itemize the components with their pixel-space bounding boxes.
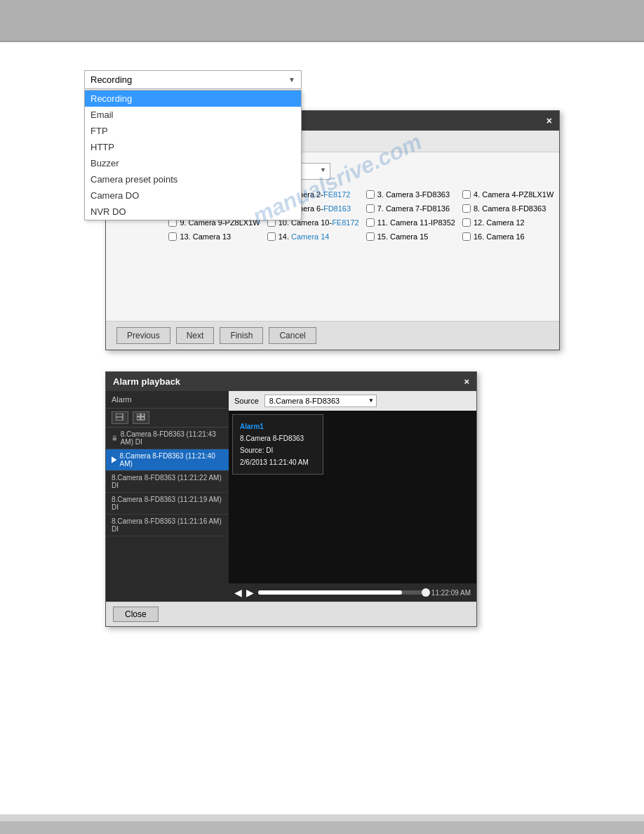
camera-item-13: 13. Camera 13 (168, 232, 260, 241)
alarm-list-item-2[interactable]: 8.Camera 8-FD8363 (11:21:40 AM) (106, 449, 229, 471)
camera-label-16: 16. Camera 16 (474, 232, 525, 241)
camera-item-12: 12. Camera 12 (462, 218, 554, 227)
dropdown-item-camera-preset[interactable]: Camera preset points (85, 171, 301, 187)
alarm-item-text-4: 8.Camera 8-FD8363 (11:21:19 AM) DI (112, 496, 222, 511)
camera-item-3: 3. Camera 3-FD8363 (366, 190, 455, 199)
camera-checkbox-11[interactable] (366, 218, 375, 227)
camera-item-7: 7. Camera 7-FD8136 (366, 204, 455, 213)
previous-button[interactable]: Previous (116, 327, 170, 344)
play-button[interactable]: ▶ (246, 587, 254, 598)
svg-rect-2 (137, 413, 140, 416)
alarm-item-text-2: 8.Camera 8-FD8363 (11:21:40 AM) (120, 452, 223, 468)
svg-rect-5 (141, 417, 145, 420)
alarm-list-item-1[interactable]: 8.Camera 8-FD8363 (11:21:43 AM) DI (106, 428, 229, 449)
source-select-wrapper: 8.Camera 8-FD8363 (264, 395, 377, 407)
camera-checkbox-16[interactable] (462, 232, 471, 241)
step-back-button[interactable]: ◀ (234, 587, 242, 598)
svg-marker-7 (112, 456, 117, 463)
dropdown-trigger[interactable]: Recording ▼ (84, 70, 302, 89)
alarm-video-area: Alarm1 8.Camera 8-FD8363 Source: DI 2/6/… (229, 411, 476, 583)
dropdown-item-email[interactable]: Email (85, 107, 301, 123)
dropdown-item-recording[interactable]: Recording (85, 91, 301, 107)
alarm-info-popup: Alarm1 8.Camera 8-FD8363 Source: DI 2/6/… (232, 414, 323, 475)
progress-fill (258, 590, 402, 595)
camera-item-15: 15. Camera 15 (366, 232, 455, 241)
action-dropdown-section: Recording ▼ Recording Email FTP HTTP Buz… (84, 70, 302, 89)
dropdown-current-value: Recording (90, 74, 132, 85)
wizard-close-button[interactable]: × (546, 115, 552, 126)
camera-item-16: 16. Camera 16 (462, 232, 554, 241)
camera-label-7: 7. Camera 7-FD8136 (377, 204, 450, 213)
main-content: Recording ▼ Recording Email FTP HTTP Buz… (0, 42, 644, 814)
dropdown-item-buzzer[interactable]: Buzzer (85, 155, 301, 171)
camera-label-12: 12. Camera 12 (474, 218, 525, 227)
popup-camera: 8.Camera 8-FD8363 (240, 432, 316, 444)
alarm-close-icon[interactable]: × (464, 376, 469, 387)
alarm-sidebar-icons (106, 409, 229, 428)
alarm-controls: ◀ ▶ 11:22:09 AM (229, 583, 476, 602)
camera-checkbox-8[interactable] (462, 204, 471, 213)
alarm-playback-section: Alarm playback × Alarm (105, 371, 560, 627)
chevron-down-icon: ▼ (288, 76, 295, 84)
progress-dot (422, 588, 430, 597)
dropdown-item-camera-do[interactable]: Camera DO (85, 187, 301, 204)
camera-label-11: 11. Camera 11-IP8352 (377, 218, 455, 227)
alarm-playback-dialog: Alarm playback × Alarm (105, 371, 477, 627)
camera-label-14: 14. Camera 14 (279, 232, 330, 241)
camera-checkbox-13[interactable] (168, 232, 177, 241)
camera-checkbox-7[interactable] (366, 204, 375, 213)
svg-rect-4 (137, 417, 140, 420)
alarm-item-text-1: 8.Camera 8-FD8363 (11:21:43 AM) DI (121, 430, 223, 446)
camera-checkbox-14[interactable] (267, 232, 276, 241)
camera-label-3: 3. Camera 3-FD8363 (377, 190, 450, 199)
alarm-item-text-3: 8.Camera 8-FD8363 (11:21:22 AM) DI (112, 474, 222, 489)
wizard-footer: Previous Next Finish Cancel (106, 321, 559, 350)
camera-item-11: 11. Camera 11-IP8352 (366, 218, 455, 227)
alarm-sidebar: Alarm 8.Camera 8-FD8363 (11:21:43 AM) DI (106, 391, 229, 602)
alarm-titlebar: Alarm playback × (106, 372, 476, 391)
camera-item-8: 8. Camera 8-FD8363 (462, 204, 554, 213)
time-label: 11:22:09 AM (431, 589, 471, 597)
dropdown-menu: Recording Email FTP HTTP Buzzer Camera p… (84, 90, 302, 220)
alarm-list-item-5[interactable]: 8.Camera 8-FD8363 (11:21:16 AM) DI (106, 515, 229, 536)
alarm-close-button[interactable]: Close (113, 607, 159, 622)
camera-checkbox-12[interactable] (462, 218, 471, 227)
svg-rect-6 (113, 437, 116, 440)
sidebar-list-view-button[interactable] (112, 411, 128, 424)
sidebar-grid-view-button[interactable] (133, 411, 149, 424)
dropdown-item-http[interactable]: HTTP (85, 139, 301, 155)
progress-bar[interactable] (258, 590, 427, 595)
alarm-item-text-5: 8.Camera 8-FD8363 (11:21:16 AM) DI (112, 517, 222, 533)
finish-button[interactable]: Finish (220, 327, 263, 344)
camera-label-13: 13. Camera 13 (180, 232, 231, 241)
alarm-main: Source 8.Camera 8-FD8363 Alarm1 8.Camera… (229, 391, 476, 602)
alarm-sidebar-header: Alarm (106, 391, 229, 409)
cancel-button[interactable]: Cancel (269, 327, 316, 344)
next-button[interactable]: Next (176, 327, 215, 344)
bottom-bar (0, 821, 644, 834)
alarm-body: Alarm 8.Camera 8-FD8363 (11:21:43 AM) DI (106, 391, 476, 602)
popup-title: Alarm1 (240, 421, 316, 432)
dropdown-item-ftp[interactable]: FTP (85, 123, 301, 139)
camera-item-4: 4. Camera 4-PZ8LX1W (462, 190, 554, 199)
source-select[interactable]: 8.Camera 8-FD8363 (264, 395, 377, 407)
camera-label-15: 15. Camera 15 (377, 232, 429, 241)
source-label: Source (234, 397, 259, 405)
dropdown-item-nvr-do[interactable]: NVR DO (85, 204, 301, 220)
alarm-source-row: Source 8.Camera 8-FD8363 (229, 391, 476, 411)
camera-label-8: 8. Camera 8-FD8363 (474, 204, 546, 213)
alarm-footer: Close (106, 602, 476, 626)
camera-checkbox-15[interactable] (366, 232, 375, 241)
camera-item-14: 14. Camera 14 (267, 232, 359, 241)
alarm-list-item-3[interactable]: 8.Camera 8-FD8363 (11:21:22 AM) DI (106, 471, 229, 493)
alarm-title: Alarm playback (113, 376, 180, 387)
svg-rect-3 (141, 413, 145, 416)
camera-checkbox-4[interactable] (462, 190, 471, 199)
alarm-list-item-4[interactable]: 8.Camera 8-FD8363 (11:21:19 AM) DI (106, 493, 229, 515)
popup-source: Source: DI (240, 444, 316, 456)
top-bar (0, 0, 644, 42)
camera-checkbox-3[interactable] (366, 190, 375, 199)
popup-datetime: 2/6/2013 11:21:40 AM (240, 456, 316, 468)
camera-label-4: 4. Camera 4-PZ8LX1W (474, 190, 554, 199)
